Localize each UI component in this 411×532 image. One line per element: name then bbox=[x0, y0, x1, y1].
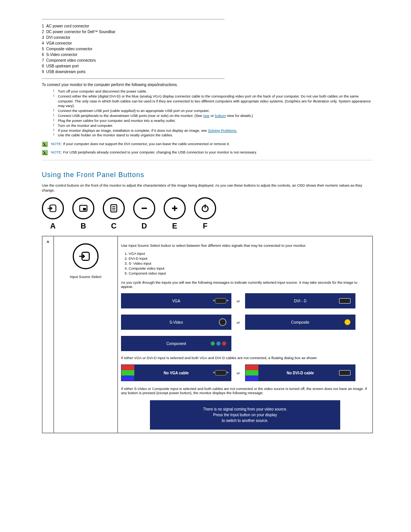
svideo-connector-icon bbox=[219, 318, 226, 326]
vga-connector-icon bbox=[215, 370, 226, 375]
svg-rect-2 bbox=[83, 208, 86, 210]
no-cable-text: If either VGA or DVI-D input is selected… bbox=[121, 356, 369, 360]
no-vga-cable: No VGA cable bbox=[121, 364, 231, 381]
vga-connector-icon bbox=[215, 298, 226, 304]
note-2: NOTE: For USB peripherals already connec… bbox=[42, 150, 373, 155]
source-component: Component bbox=[121, 336, 231, 351]
table-description-cell: Use Input Source Select button to select… bbox=[118, 236, 373, 433]
power-icon bbox=[194, 197, 216, 219]
connection-steps: Turn off your computer and disconnect th… bbox=[53, 89, 373, 138]
plus-icon bbox=[164, 197, 186, 219]
step-3: Connect the upstream USB port (cable sup… bbox=[53, 109, 373, 113]
step-4: Connect USB peripherals to the downstrea… bbox=[53, 113, 373, 118]
input-source-label: Input Source Select bbox=[57, 275, 114, 279]
step-6b: If your monitor displays an image, insta… bbox=[53, 128, 373, 133]
table-key: A bbox=[42, 236, 54, 433]
composite-connector-icon bbox=[344, 319, 350, 325]
section-description: Use the control buttons on the front of … bbox=[42, 183, 373, 193]
step-6: Turn on the monitor and computer. bbox=[53, 123, 373, 128]
component-connector-icon bbox=[210, 341, 226, 346]
pip-icon bbox=[72, 197, 94, 219]
button-letters: ABCDEF bbox=[42, 222, 373, 230]
rear-link[interactable]: rear bbox=[203, 113, 210, 118]
button-description-table: A Input Source Select Use Input Source S… bbox=[42, 236, 373, 433]
note-1: NOTE: If your computer does not support … bbox=[42, 142, 373, 147]
no-dvi-cable: No DVI-D cable bbox=[245, 364, 355, 381]
step-5: Plug the power cables for your computer … bbox=[53, 118, 373, 123]
source-composite: Composite bbox=[245, 315, 355, 330]
svideo-off-text: If either S-Video or Composite input is … bbox=[121, 387, 369, 395]
source-svideo: S-Video bbox=[121, 315, 231, 330]
section-title: Using the Front Panel Buttons bbox=[42, 171, 373, 179]
step-2: Connect either the white (digital DVI-D)… bbox=[53, 94, 373, 109]
cycle-text: As you cycle through the inputs you will… bbox=[121, 280, 369, 289]
menu-icon bbox=[103, 197, 125, 219]
table-icon-cell: Input Source Select bbox=[54, 236, 118, 433]
instruction-intro: To connect your monitor to the computer … bbox=[42, 83, 373, 87]
input-source-icon bbox=[42, 197, 64, 219]
step-1: Turn off your computer and disconnect th… bbox=[53, 89, 373, 94]
bottom-link[interactable]: bottom bbox=[215, 113, 226, 118]
dvi-connector-icon bbox=[339, 370, 350, 375]
no-signal-message: There is no signal coming from your vide… bbox=[150, 400, 340, 430]
table-intro: Use Input Source Select button to select… bbox=[121, 243, 369, 248]
input-list: VGA input DVI-D input S- Video input Com… bbox=[129, 251, 369, 276]
step-7: Use the cable holder on the monitor stan… bbox=[53, 133, 373, 138]
note-icon bbox=[42, 150, 48, 155]
minus-icon bbox=[133, 197, 155, 219]
connector-list: 1AC power cord connector 2DC power conne… bbox=[42, 23, 118, 75]
input-source-icon bbox=[73, 243, 99, 269]
source-dvid: DVI - D bbox=[245, 293, 355, 308]
solving-problems-link[interactable]: Solving Problems. bbox=[208, 128, 237, 133]
front-panel-buttons bbox=[42, 197, 373, 219]
source-vga: VGA bbox=[121, 293, 231, 308]
dvi-connector-icon bbox=[339, 298, 350, 304]
note-icon bbox=[42, 142, 48, 147]
